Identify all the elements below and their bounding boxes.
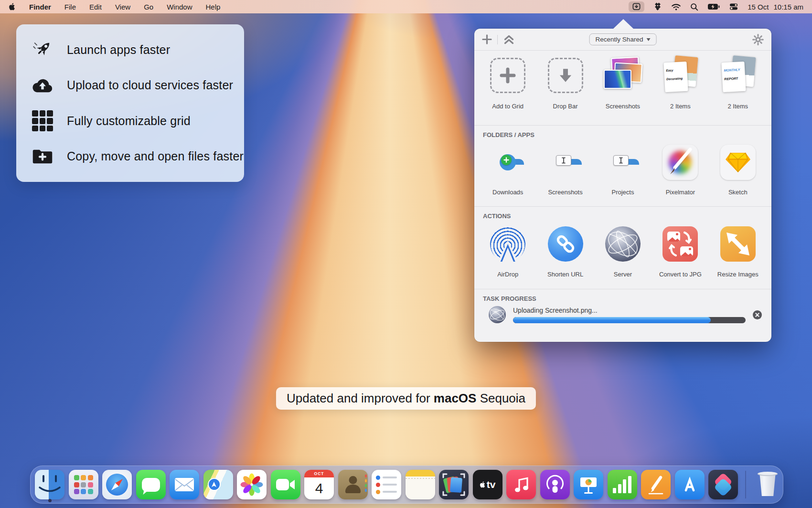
dock-icon-dropzone[interactable] — [439, 470, 469, 499]
text-cursor-badge — [613, 155, 629, 166]
grid-icon — [31, 109, 54, 133]
convert-icon — [662, 226, 698, 262]
action-item-resize-images[interactable]: Resize Images — [709, 220, 767, 278]
feature-row-grid: Fully customizable grid — [31, 109, 244, 133]
dock-icon-contacts[interactable] — [338, 470, 368, 499]
menu-bar-left: Finder File Edit View Go Window Help — [9, 2, 220, 11]
caption-prefix: Updated and improved for — [287, 391, 434, 405]
menu-app-name[interactable]: Finder — [29, 3, 51, 11]
sketch-icon — [720, 145, 756, 180]
filter-dropdown[interactable]: Recently Shared — [589, 33, 657, 45]
panel-toolbar: Recently Shared — [474, 29, 771, 51]
menu-edit[interactable]: Edit — [89, 3, 102, 11]
dropzone-menubar-icon[interactable] — [629, 1, 644, 12]
menu-view[interactable]: View — [115, 3, 130, 11]
calendar-day: 4 — [304, 477, 334, 499]
control-center-icon[interactable] — [729, 3, 738, 11]
menu-bar-status: 15 Oct 10:15 am — [629, 1, 803, 12]
task-details: Uploading Screenshot.png... — [513, 307, 746, 323]
plus-icon — [490, 58, 525, 93]
menu-window[interactable]: Window — [167, 3, 192, 11]
dock-icon-finder[interactable] — [35, 470, 64, 499]
dock-icon-maps[interactable] — [203, 470, 233, 499]
menu-time: 10:15 am — [773, 3, 803, 11]
wifi-icon[interactable] — [671, 3, 681, 11]
feature-label: Fully customizable grid — [67, 114, 191, 128]
actions-section: ACTIONS AirDrop Shorten URL Server — [474, 206, 771, 289]
dock-icon-facetime[interactable] — [271, 470, 300, 499]
app-item-pixelmator[interactable]: Pixelmator — [652, 138, 709, 196]
desktop: Finder File Edit View Go Window Help — [0, 0, 812, 508]
dock-icon-launchpad[interactable] — [69, 470, 98, 499]
menu-clock[interactable]: 15 Oct 10:15 am — [748, 3, 803, 11]
dock-icon-pages[interactable] — [641, 470, 671, 499]
add-button[interactable] — [482, 34, 492, 44]
feature-label: Launch apps faster — [67, 43, 170, 57]
menu-go[interactable]: Go — [144, 3, 153, 11]
drop-arrow-icon — [548, 58, 583, 93]
action-item-convert-to-jpg[interactable]: Convert to JPG — [652, 220, 709, 278]
upload-status-text: Uploading Screenshot.png... — [513, 307, 746, 314]
dock-icon-appstore[interactable] — [675, 470, 705, 499]
dock-icon-podcasts[interactable] — [540, 470, 570, 499]
caption-suffix: Sequoia — [476, 391, 525, 405]
grid-item-2-items-magazine[interactable]: Easy Decorating 2 Items — [652, 51, 709, 125]
screenshots-thumbnails — [601, 57, 645, 94]
dock-icon-photos[interactable] — [237, 470, 267, 499]
dock-icon-numbers[interactable] — [608, 470, 637, 499]
menu-file[interactable]: File — [64, 3, 76, 11]
search-icon[interactable] — [690, 3, 698, 11]
menu-date: 15 Oct — [748, 3, 769, 11]
folder-item-downloads[interactable]: Downloads — [479, 138, 536, 196]
dropzone-panel: Recently Shared Add to Grid Drop Bar — [474, 29, 771, 342]
apple-menu-icon[interactable] — [9, 2, 16, 11]
link-icon — [548, 226, 583, 262]
feature-label: Copy, move and open files faster — [67, 149, 244, 163]
dock-icon-messages[interactable] — [136, 470, 166, 499]
documents-stack: MONTHLY REPORT — [717, 56, 759, 95]
documents-stack: Easy Decorating — [660, 56, 701, 95]
dropbox-icon[interactable] — [653, 2, 662, 11]
battery-icon[interactable] — [707, 3, 720, 10]
task-progress-section: TASK PROGRESS Uploading Screenshot.png..… — [474, 289, 771, 342]
dock-icon-shortcuts[interactable] — [708, 470, 738, 499]
folders-apps-section: FOLDERS / APPS Downloads Screenshots — [474, 125, 771, 206]
cancel-upload-button[interactable] — [753, 310, 762, 319]
grid-item-drop-bar[interactable]: Drop Bar — [536, 51, 594, 125]
resize-icon — [720, 226, 756, 262]
dock-icon-notes[interactable] — [406, 470, 435, 499]
app-item-sketch[interactable]: Sketch — [709, 138, 767, 196]
dock: OCT 4 tv — [30, 466, 783, 504]
grid-item-2-items-report[interactable]: MONTHLY REPORT 2 Items — [709, 51, 767, 125]
dock-icon-music[interactable] — [506, 470, 536, 499]
folder-plus-icon — [31, 145, 54, 169]
action-item-server[interactable]: Server — [594, 220, 652, 278]
dock-icon-reminders[interactable] — [372, 470, 401, 499]
finder-running-indicator — [48, 499, 52, 502]
rocket-icon — [31, 38, 54, 62]
dock-icon-keynote[interactable] — [574, 470, 603, 499]
dock-icon-mail[interactable] — [170, 470, 199, 499]
dock-icon-appletv[interactable]: tv — [473, 470, 502, 499]
appletv-label: tv — [487, 479, 496, 490]
marketing-caption: Updated and improved for macOS Sequoia — [276, 387, 536, 410]
gear-icon[interactable] — [752, 34, 764, 45]
cloud-upload-icon — [31, 74, 54, 97]
action-item-shorten-url[interactable]: Shorten URL — [536, 220, 594, 278]
feature-label: Upload to cloud services faster — [67, 78, 233, 92]
action-item-airdrop[interactable]: AirDrop — [479, 220, 536, 278]
grid-item-screenshots-stack[interactable]: Screenshots — [594, 51, 652, 125]
promote-button[interactable] — [503, 34, 515, 45]
dock-icon-calendar[interactable]: OCT 4 — [304, 470, 334, 499]
folder-item-projects[interactable]: Projects — [594, 138, 652, 196]
filter-label: Recently Shared — [596, 36, 643, 43]
feature-row-copy: Copy, move and open files faster — [31, 145, 244, 169]
dock-icon-safari[interactable] — [102, 470, 132, 499]
menu-bar: Finder File Edit View Go Window Help — [0, 0, 812, 13]
pixelmator-icon — [662, 145, 698, 180]
menu-help[interactable]: Help — [206, 3, 221, 11]
section-title: ACTIONS — [474, 207, 771, 220]
dock-icon-trash[interactable] — [753, 470, 782, 499]
grid-item-add-to-grid[interactable]: Add to Grid — [479, 51, 536, 125]
folder-item-screenshots[interactable]: Screenshots — [536, 138, 594, 196]
